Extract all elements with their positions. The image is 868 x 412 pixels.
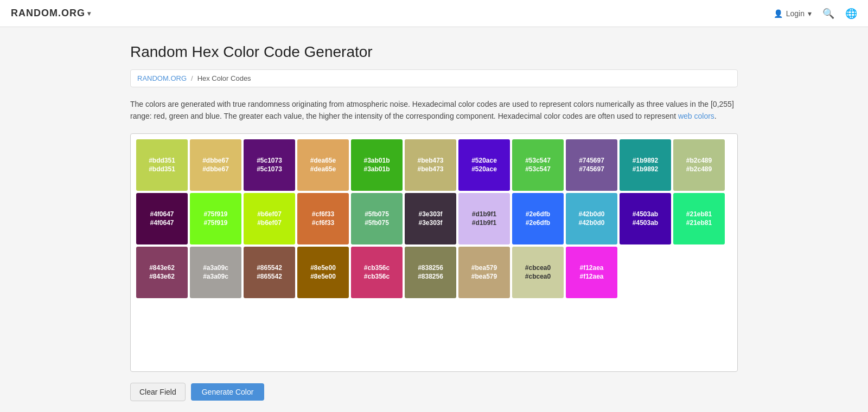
- hex-label-top: #a3a09c: [203, 264, 228, 272]
- color-swatch[interactable]: #a3a09c #a3a09c: [190, 247, 241, 298]
- color-swatch[interactable]: #b6ef07 #b6ef07: [244, 193, 295, 244]
- hex-label-bottom: #4f0647: [150, 219, 174, 227]
- brand-logo[interactable]: RANDOM.ORG ▾: [11, 8, 91, 19]
- color-swatch[interactable]: #865542 #865542: [244, 247, 295, 298]
- hex-label-bottom: #3ab01b: [363, 165, 390, 173]
- hex-label-bottom: #a3a09c: [203, 273, 228, 280]
- hex-label-bottom: #42b0d0: [578, 219, 604, 227]
- login-button[interactable]: 👤 Login ▾: [774, 9, 812, 18]
- hex-label-bottom: #838256: [418, 273, 443, 280]
- color-swatch[interactable]: #42b0d0 #42b0d0: [566, 193, 617, 244]
- page-content: Random Hex Color Code Generator RANDOM.O…: [108, 27, 760, 412]
- hex-label-top: #8e5e00: [310, 264, 336, 272]
- navbar: RANDOM.ORG ▾ 👤 Login ▾ 🔍 🌐: [0, 0, 868, 27]
- globe-button[interactable]: 🌐: [845, 8, 857, 20]
- color-swatch[interactable]: #cf6f33 #cf6f33: [297, 193, 349, 244]
- color-swatch[interactable]: #838256 #838256: [405, 247, 456, 298]
- button-row: Clear Field Generate Color: [130, 383, 738, 401]
- hex-label-top: #dbbe67: [202, 157, 229, 164]
- hex-label-top: #cf6f33: [312, 210, 334, 218]
- color-swatch[interactable]: #75f919 #75f919: [190, 193, 241, 244]
- hex-label-top: #843e62: [149, 264, 175, 272]
- hex-label-top: #838256: [418, 264, 443, 272]
- color-swatch[interactable]: #b2c489 #b2c489: [673, 139, 725, 191]
- web-colors-link[interactable]: web colors: [678, 112, 714, 120]
- hex-label-top: #4503ab: [633, 210, 658, 218]
- breadcrumb-separator: /: [191, 74, 193, 82]
- color-swatch[interactable]: #f12aea #f12aea: [566, 247, 617, 298]
- hex-label-top: #4f0647: [150, 210, 174, 218]
- color-swatch[interactable]: #cbcea0 #cbcea0: [512, 247, 564, 298]
- hex-label-bottom: #bdd351: [149, 165, 175, 173]
- hex-label-top: #745697: [579, 157, 604, 164]
- hex-label-bottom: #3e303f: [418, 219, 442, 227]
- color-swatch[interactable]: #dea65e #dea65e: [297, 139, 349, 191]
- hex-label-top: #f12aea: [579, 264, 603, 272]
- hex-label-top: #53c547: [525, 157, 551, 164]
- page-title: Random Hex Color Code Generator: [130, 43, 738, 61]
- color-swatch[interactable]: #d1b9f1 #d1b9f1: [458, 193, 510, 244]
- color-swatch[interactable]: #1b9892 #1b9892: [620, 139, 671, 191]
- color-swatch[interactable]: #bdd351 #bdd351: [136, 139, 188, 191]
- color-swatch[interactable]: #8e5e00 #8e5e00: [297, 247, 349, 298]
- hex-label-top: #b2c489: [686, 157, 712, 164]
- hex-label-top: #5fb075: [365, 210, 389, 218]
- color-swatch[interactable]: #5fb075 #5fb075: [351, 193, 403, 244]
- color-swatch[interactable]: #4503ab #4503ab: [620, 193, 671, 244]
- hex-label-top: #dea65e: [310, 157, 336, 164]
- color-swatch[interactable]: #745697 #745697: [566, 139, 617, 191]
- hex-label-bottom: #d1b9f1: [472, 219, 496, 227]
- hex-label-bottom: #75f919: [203, 219, 227, 227]
- hex-label-top: #bea579: [471, 264, 497, 272]
- hex-label-bottom: #b6ef07: [257, 219, 282, 227]
- color-swatch[interactable]: #3ab01b #3ab01b: [351, 139, 403, 191]
- color-swatch[interactable]: #bea579 #bea579: [458, 247, 510, 298]
- hex-label-bottom: #cbcea0: [525, 273, 551, 280]
- hex-label-bottom: #cf6f33: [312, 219, 334, 227]
- login-caret: ▾: [808, 9, 812, 18]
- hex-label-bottom: #5c1073: [257, 165, 282, 173]
- color-swatch[interactable]: #53c547 #53c547: [512, 139, 564, 191]
- color-grid-container: #bdd351 #bdd351 #dbbe67 #dbbe67 #5c1073 …: [130, 133, 738, 372]
- hex-label-bottom: #beb473: [417, 165, 443, 173]
- color-swatch[interactable]: #21eb81 #21eb81: [673, 193, 725, 244]
- hex-label-top: #d1b9f1: [472, 210, 496, 218]
- color-swatch[interactable]: #843e62 #843e62: [136, 247, 188, 298]
- hex-label-top: #5c1073: [257, 157, 282, 164]
- color-swatch[interactable]: #3e303f #3e303f: [405, 193, 456, 244]
- hex-label-bottom: #cb356c: [364, 273, 390, 280]
- color-swatch[interactable]: #4f0647 #4f0647: [136, 193, 188, 244]
- clear-field-button[interactable]: Clear Field: [130, 383, 186, 401]
- hex-label-bottom: #dbbe67: [202, 165, 229, 173]
- brand-caret: ▾: [87, 10, 91, 17]
- color-swatch[interactable]: #dbbe67 #dbbe67: [190, 139, 241, 191]
- breadcrumb: RANDOM.ORG / Hex Color Codes: [130, 69, 738, 87]
- description-text2: .: [714, 112, 717, 120]
- hex-label-bottom: #8e5e00: [310, 273, 336, 280]
- search-button[interactable]: 🔍: [822, 8, 834, 20]
- color-swatch[interactable]: #beb473 #beb473: [405, 139, 456, 191]
- hex-label-bottom: #4503ab: [633, 219, 658, 227]
- color-swatch[interactable]: #520ace #520ace: [458, 139, 510, 191]
- hex-label-top: #cb356c: [364, 264, 390, 272]
- breadcrumb-link[interactable]: RANDOM.ORG: [137, 74, 187, 82]
- color-swatch[interactable]: #cb356c #cb356c: [351, 247, 403, 298]
- hex-label-bottom: #21eb81: [686, 219, 712, 227]
- hex-label-top: #520ace: [471, 157, 497, 164]
- hex-label-bottom: #b2c489: [686, 165, 712, 173]
- hex-label-top: #1b9892: [633, 157, 658, 164]
- hex-label-top: #bdd351: [149, 157, 175, 164]
- navbar-right: 👤 Login ▾ 🔍 🌐: [774, 8, 857, 20]
- login-label: Login: [786, 9, 805, 18]
- hex-label-bottom: #1b9892: [633, 165, 658, 173]
- generate-color-button[interactable]: Generate Color: [191, 383, 265, 401]
- hex-label-bottom: #865542: [257, 273, 282, 280]
- hex-label-top: #865542: [257, 264, 282, 272]
- hex-label-top: #2e6dfb: [526, 210, 550, 218]
- hex-label-bottom: #53c547: [525, 165, 551, 173]
- hex-label-bottom: #843e62: [149, 273, 175, 280]
- hex-label-top: #3e303f: [418, 210, 442, 218]
- color-swatch[interactable]: #2e6dfb #2e6dfb: [512, 193, 564, 244]
- color-swatch[interactable]: #5c1073 #5c1073: [244, 139, 295, 191]
- hex-label-top: #b6ef07: [257, 210, 282, 218]
